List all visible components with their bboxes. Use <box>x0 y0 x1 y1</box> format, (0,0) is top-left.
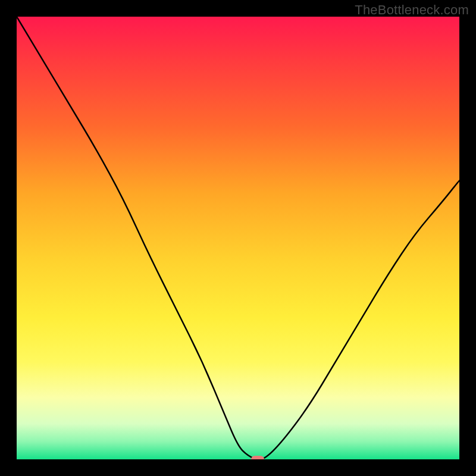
plot-area <box>17 17 459 459</box>
watermark-text: TheBottleneck.com <box>355 2 469 18</box>
optimal-point-marker <box>251 456 264 459</box>
chart-frame: TheBottleneck.com <box>0 0 476 476</box>
bottleneck-curve <box>17 17 459 459</box>
